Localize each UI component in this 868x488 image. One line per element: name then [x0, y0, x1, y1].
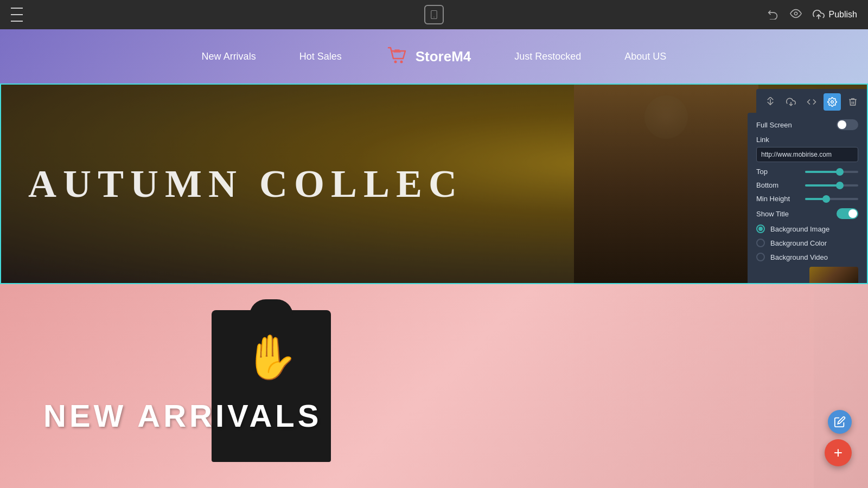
- top-slider-thumb[interactable]: [836, 168, 844, 176]
- show-title-row: Show Title: [756, 208, 858, 219]
- fab-add-button[interactable]: +: [825, 439, 852, 466]
- undo-button[interactable]: [767, 8, 779, 22]
- mobile-device-icon: [429, 10, 439, 20]
- settings-panel: Full Screen Link Top: [748, 113, 867, 284]
- full-screen-label: Full Screen: [756, 121, 792, 129]
- bottom-slider-thumb[interactable]: [836, 182, 844, 189]
- bottom-slider-row: Bottom: [756, 181, 858, 189]
- link-input[interactable]: [756, 147, 858, 162]
- hamburger-menu[interactable]: [11, 6, 23, 23]
- min-height-slider-thumb[interactable]: [822, 195, 830, 203]
- background-video-row: Background Video: [756, 253, 858, 261]
- show-title-label: Show Title: [756, 210, 789, 218]
- top-bar: Publish: [0, 0, 868, 29]
- nav-link-new-arrivals[interactable]: New Arrivals: [202, 51, 256, 62]
- new-arrivals-section: ✋ NEW ARRIVALS: [0, 284, 868, 488]
- hero-woman-image: [574, 85, 758, 284]
- nav-logo: StoreM4: [385, 43, 471, 69]
- show-title-thumb: [848, 209, 857, 218]
- section-toolbar: [756, 89, 867, 115]
- logo-text: StoreM4: [416, 48, 471, 65]
- pencil-icon: [834, 416, 846, 428]
- download-toolbar-icon[interactable]: [782, 93, 800, 111]
- cart-icon: [385, 43, 409, 69]
- new-arrivals-title: NEW ARRIVALS: [43, 397, 322, 434]
- panel-content: Full Screen Link Top: [748, 113, 867, 284]
- show-title-toggle[interactable]: [837, 208, 858, 219]
- link-section: Link: [756, 136, 858, 168]
- undo-icon: [767, 8, 779, 20]
- nav-link-about-us[interactable]: About US: [624, 51, 666, 62]
- image-thumbnail[interactable]: [809, 267, 858, 284]
- top-slider-row: Top: [756, 168, 858, 176]
- eye-icon: [790, 8, 802, 20]
- preview-button[interactable]: [790, 8, 802, 22]
- background-color-row: Background Color: [756, 239, 858, 247]
- full-screen-toggle[interactable]: [837, 119, 858, 130]
- fab-edit-button[interactable]: [828, 410, 852, 434]
- svg-point-4: [394, 61, 397, 63]
- hero-section: AUTUMN COLLEC: [0, 84, 868, 284]
- background-color-label: Background Color: [770, 239, 827, 247]
- background-color-radio[interactable]: [756, 239, 765, 247]
- publish-label: Publish: [829, 10, 857, 20]
- min-height-slider[interactable]: [805, 198, 858, 200]
- image-thumbnail-container: [756, 267, 858, 284]
- top-label: Top: [756, 168, 800, 176]
- main-content: AUTUMN COLLEC: [0, 84, 868, 488]
- full-screen-row: Full Screen: [756, 119, 858, 130]
- bottom-label: Bottom: [756, 181, 800, 189]
- min-height-slider-row: Min Height: [756, 195, 858, 203]
- bottom-slider[interactable]: [805, 184, 858, 187]
- upload-icon: [813, 9, 825, 21]
- hero-title: AUTUMN COLLEC: [28, 162, 463, 207]
- skeleton-shirt-image: ✋: [108, 284, 434, 488]
- top-bar-right: Publish: [767, 8, 857, 22]
- publish-button[interactable]: Publish: [813, 9, 857, 21]
- nav-link-just-restocked[interactable]: Just Restocked: [514, 51, 581, 62]
- background-video-radio[interactable]: [756, 253, 765, 261]
- fab-add-label: +: [834, 444, 843, 461]
- background-video-label: Background Video: [770, 253, 828, 261]
- device-switcher[interactable]: [424, 5, 444, 24]
- nav-link-hot-sales[interactable]: Hot Sales: [299, 51, 342, 62]
- background-image-row: Background Image: [756, 224, 858, 233]
- svg-point-8: [831, 101, 834, 104]
- new-arrivals-figure: [542, 284, 814, 488]
- link-label: Link: [756, 136, 858, 144]
- bottom-slider-fill: [805, 184, 840, 187]
- min-height-label: Min Height: [756, 195, 800, 203]
- delete-toolbar-icon[interactable]: [844, 93, 861, 111]
- phone-icon[interactable]: [424, 5, 444, 24]
- nav-bar: New Arrivals Hot Sales StoreM4 Just Rest…: [0, 29, 868, 84]
- top-slider[interactable]: [805, 171, 858, 173]
- sort-toolbar-icon[interactable]: [762, 93, 779, 111]
- full-screen-thumb: [838, 120, 846, 129]
- settings-toolbar-icon[interactable]: [824, 93, 841, 111]
- top-slider-fill: [805, 171, 840, 173]
- code-toolbar-icon[interactable]: [803, 93, 820, 111]
- svg-point-2: [794, 12, 797, 15]
- background-image-label: Background Image: [770, 225, 829, 233]
- svg-point-5: [400, 61, 403, 63]
- background-image-radio[interactable]: [756, 224, 765, 233]
